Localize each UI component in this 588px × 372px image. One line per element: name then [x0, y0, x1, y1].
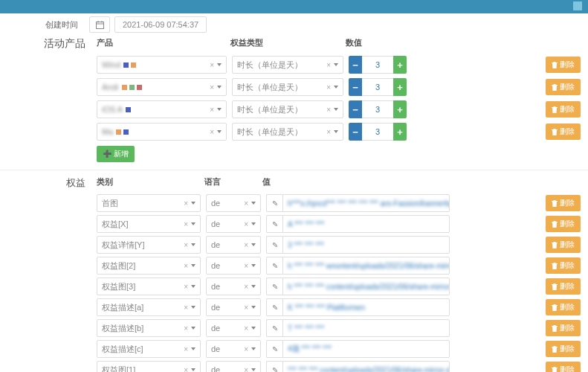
category-select[interactable]: 权益描述[c]× [97, 340, 201, 358]
datetime-value[interactable]: 2021-06-09 07:54:37 [114, 16, 207, 33]
category-select[interactable]: 权益图[2]× [97, 257, 201, 275]
clear-icon[interactable]: × [326, 106, 331, 114]
delete-button[interactable]: 删除 [546, 195, 581, 211]
clear-icon[interactable]: × [184, 199, 188, 208]
clear-icon[interactable]: × [244, 283, 248, 291]
product-select[interactable]: Ma× [97, 123, 227, 141]
clear-icon[interactable]: × [244, 345, 248, 353]
pencil-icon[interactable]: ✎ [266, 236, 282, 254]
language-select[interactable]: de× [206, 236, 261, 254]
product-select[interactable]: Wind× [97, 56, 227, 74]
add-button[interactable]: ➕ 新增 [97, 146, 135, 162]
pencil-icon[interactable]: ✎ [266, 215, 282, 233]
delete-button[interactable]: 删除 [546, 257, 581, 274]
delete-button[interactable]: 删除 [546, 320, 581, 336]
app-icon[interactable] [573, 1, 582, 10]
delete-button[interactable]: 删除 [546, 57, 581, 73]
delete-button[interactable]: 删除 [546, 299, 581, 315]
type-select[interactable]: 时长（单位是天）× [232, 78, 343, 96]
clear-icon[interactable]: × [184, 366, 188, 373]
delete-button[interactable]: 删除 [546, 216, 581, 232]
category-select[interactable]: 权益图[3]× [97, 278, 201, 295]
value-input[interactable]: *** *** *** content/uploads/2021/06/shar… [282, 361, 450, 372]
value-input[interactable]: A *** *** *** [282, 215, 450, 233]
language-select[interactable]: de× [206, 278, 261, 295]
minus-button[interactable]: − [349, 123, 362, 141]
number-value[interactable]: 3 [362, 78, 393, 96]
pencil-icon[interactable]: ✎ [266, 319, 282, 337]
clear-icon[interactable]: × [184, 304, 188, 312]
clear-icon[interactable]: × [244, 262, 248, 270]
delete-button[interactable]: 删除 [546, 278, 581, 295]
pencil-icon[interactable]: ✎ [266, 257, 282, 275]
minus-button[interactable]: − [349, 78, 362, 96]
pencil-icon[interactable]: ✎ [266, 278, 282, 295]
delete-button[interactable]: 删除 [546, 341, 581, 357]
plus-button[interactable]: + [393, 78, 407, 96]
language-select[interactable]: de× [206, 194, 261, 212]
category-select[interactable]: 权益描述[b]× [97, 319, 201, 337]
language-select[interactable]: de× [206, 257, 261, 275]
language-select[interactable]: de× [206, 215, 261, 233]
clear-icon[interactable]: × [326, 61, 331, 69]
value-input[interactable]: h***s://qncd*** *** *** *** *** are-Fass… [282, 194, 450, 212]
number-value[interactable]: 3 [362, 56, 393, 74]
category-select[interactable]: 权益图[1]× [97, 361, 201, 372]
clear-icon[interactable]: × [210, 106, 214, 114]
pencil-icon[interactable]: ✎ [266, 340, 282, 358]
clear-icon[interactable]: × [184, 324, 188, 333]
value-input[interactable]: 4题 *** *** *** [282, 340, 450, 358]
clear-icon[interactable]: × [210, 83, 214, 92]
delete-button[interactable]: 删除 [546, 101, 581, 118]
clear-icon[interactable]: × [244, 220, 248, 228]
clear-icon[interactable]: × [184, 220, 188, 228]
language-select[interactable]: de× [206, 361, 261, 372]
value-input[interactable]: 3 *** *** *** [282, 236, 450, 254]
pencil-icon[interactable]: ✎ [266, 298, 282, 316]
value-input[interactable]: T *** *** *** [282, 319, 450, 337]
language-select[interactable]: de× [206, 298, 261, 316]
pencil-icon[interactable]: ✎ [266, 194, 282, 212]
rights-row: 权益图[1]× de× ✎ *** *** *** content/upload… [0, 359, 588, 372]
clear-icon[interactable]: × [184, 241, 188, 249]
category-select[interactable]: 权益[X]× [97, 215, 201, 233]
type-select[interactable]: 时长（单位是天）× [232, 100, 343, 118]
product-select[interactable]: iOS A× [97, 100, 227, 118]
clear-icon[interactable]: × [326, 83, 331, 92]
number-value[interactable]: 3 [362, 123, 393, 141]
plus-button[interactable]: + [393, 56, 407, 74]
language-select[interactable]: de× [206, 319, 261, 337]
clear-icon[interactable]: × [210, 128, 214, 136]
category-select[interactable]: 首图× [97, 194, 201, 212]
delete-button[interactable]: 删除 [546, 124, 581, 140]
clear-icon[interactable]: × [244, 366, 248, 373]
product-select[interactable]: Andr× [97, 78, 227, 96]
clear-icon[interactable]: × [210, 61, 214, 69]
type-select[interactable]: 时长（单位是天）× [232, 123, 343, 141]
plus-button[interactable]: + [393, 100, 407, 118]
clear-icon[interactable]: × [244, 241, 248, 249]
value-input[interactable]: K *** *** *** Plattformen [282, 298, 450, 316]
clear-icon[interactable]: × [184, 283, 188, 291]
language-select[interactable]: de× [206, 340, 261, 358]
delete-button[interactable]: 删除 [546, 79, 581, 95]
number-value[interactable]: 3 [362, 100, 393, 118]
clear-icon[interactable]: × [244, 199, 248, 208]
clear-icon[interactable]: × [184, 262, 188, 270]
delete-button[interactable]: 删除 [546, 362, 581, 372]
category-select[interactable]: 权益描述[a]× [97, 298, 201, 316]
clear-icon[interactable]: × [244, 324, 248, 333]
minus-button[interactable]: − [349, 100, 362, 118]
value-input[interactable]: h *** *** *** wnontent/uploads/2021/06/s… [282, 257, 450, 275]
plus-button[interactable]: + [393, 123, 407, 141]
calendar-icon[interactable] [89, 16, 110, 33]
clear-icon[interactable]: × [244, 304, 248, 312]
clear-icon[interactable]: × [184, 345, 188, 353]
pencil-icon[interactable]: ✎ [266, 361, 282, 372]
value-input[interactable]: h *** *** *** content/uploads/2021/06/sh… [282, 278, 450, 295]
category-select[interactable]: 权益详情[Y]× [97, 236, 201, 254]
type-select[interactable]: 时长（单位是天）× [232, 56, 343, 74]
minus-button[interactable]: − [349, 56, 362, 74]
delete-button[interactable]: 删除 [546, 237, 581, 253]
clear-icon[interactable]: × [326, 128, 331, 136]
